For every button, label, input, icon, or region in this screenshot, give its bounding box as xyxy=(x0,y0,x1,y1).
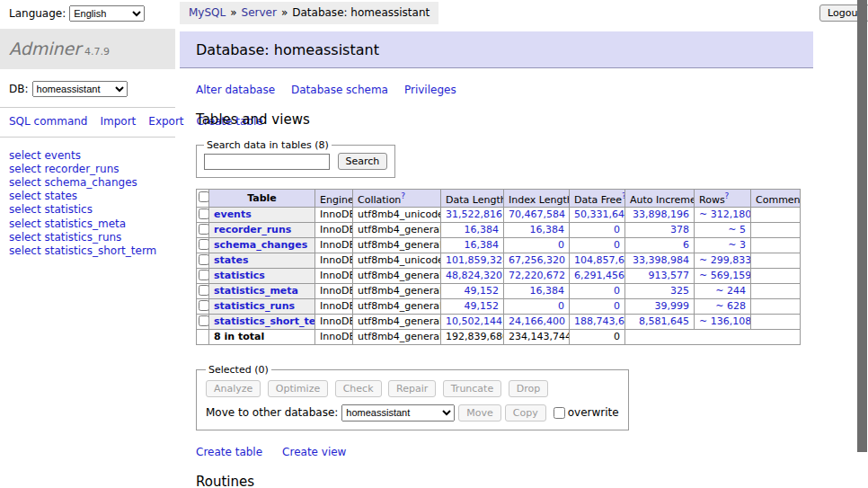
data-length-value[interactable]: 10,502,144 xyxy=(441,314,504,329)
table-name-link[interactable]: states xyxy=(214,254,249,266)
database-schema-link[interactable]: Database schema xyxy=(291,84,388,96)
rows-value[interactable]: ~ 312,180 xyxy=(695,207,751,222)
move-button[interactable]: Move xyxy=(458,404,501,421)
row-checkbox[interactable] xyxy=(199,315,209,326)
auto-increment-value[interactable]: 378 xyxy=(625,222,695,237)
sql-command-link[interactable]: SQL command xyxy=(9,115,87,128)
row-checkbox[interactable] xyxy=(199,209,209,219)
rows-value[interactable]: ~ 569,159 xyxy=(695,268,751,283)
create-table-link-main[interactable]: Create table xyxy=(196,446,262,458)
index-length-value[interactable]: 0 xyxy=(504,298,570,314)
overwrite-label: overwrite xyxy=(568,406,619,419)
auto-increment-value[interactable]: 33,898,196 xyxy=(625,207,695,222)
sidebar-item-select-statistics-short-term[interactable]: select statistics_short_term xyxy=(9,244,166,257)
drop-button[interactable]: Drop xyxy=(509,380,548,397)
table-name-link[interactable]: statistics_short_term xyxy=(214,315,315,327)
auto-increment-value[interactable]: 33,398,984 xyxy=(625,253,695,268)
data-length-value[interactable]: 31,522,816 xyxy=(441,207,504,222)
index-length-value[interactable]: 67,256,320 xyxy=(504,253,570,268)
rows-value[interactable]: ~ 628 xyxy=(695,298,751,314)
sidebar-item-select-statistics[interactable]: select statistics xyxy=(9,203,166,216)
help-link[interactable]: ? xyxy=(401,191,405,200)
db-select[interactable]: homeassistant xyxy=(32,81,128,97)
data-length-value[interactable]: 101,859,328 xyxy=(441,253,504,268)
analyze-button[interactable]: Analyze xyxy=(206,380,261,397)
data-free-value[interactable]: 6,291,456 xyxy=(570,268,625,283)
truncate-button[interactable]: Truncate xyxy=(443,380,501,397)
column-header-data-length: Data Length? xyxy=(441,190,504,208)
rows-value[interactable]: ~ 3 xyxy=(695,237,751,253)
sidebar-item-select-states[interactable]: select states xyxy=(9,190,166,202)
optimize-button[interactable]: Optimize xyxy=(268,380,328,397)
data-free-value[interactable]: 188,743,680 xyxy=(570,314,625,329)
row-checkbox[interactable] xyxy=(199,270,209,280)
data-length-value[interactable]: 49,152 xyxy=(441,283,504,298)
rows-value[interactable]: ~ 5 xyxy=(695,222,751,237)
index-length-value[interactable]: 24,166,400 xyxy=(504,314,570,329)
overwrite-checkbox[interactable] xyxy=(554,407,565,419)
search-input[interactable] xyxy=(204,154,330,170)
alter-database-link[interactable]: Alter database xyxy=(196,84,275,96)
table-name-link[interactable]: statistics xyxy=(214,270,265,281)
auto-increment-value[interactable]: 325 xyxy=(625,283,695,298)
row-checkbox[interactable] xyxy=(199,300,209,311)
auto-increment-value[interactable]: 39,999 xyxy=(625,298,695,314)
help-link[interactable]: ? xyxy=(622,191,624,200)
data-free-value[interactable]: 50,331,648 xyxy=(570,207,625,222)
sidebar-item-select-events[interactable]: select events xyxy=(9,149,166,162)
vertical-scrollbar[interactable] xyxy=(857,0,867,452)
check-button[interactable]: Check xyxy=(335,380,382,397)
create-view-link[interactable]: Create view xyxy=(282,446,346,458)
data-length-value[interactable]: 16,384 xyxy=(441,237,504,253)
language-select[interactable]: English xyxy=(69,5,145,22)
auto-increment-value[interactable]: 6 xyxy=(625,237,695,253)
data-length-value[interactable]: 49,152 xyxy=(441,298,504,314)
repair-button[interactable]: Repair xyxy=(388,380,436,397)
comment-cell xyxy=(751,283,801,298)
import-link[interactable]: Import xyxy=(100,115,136,128)
data-length-value[interactable]: 48,824,320 xyxy=(441,268,504,283)
row-checkbox[interactable] xyxy=(199,239,209,250)
copy-button[interactable]: Copy xyxy=(505,404,546,421)
row-checkbox[interactable] xyxy=(199,224,209,235)
rows-value[interactable]: ~ 299,833 xyxy=(695,253,751,268)
sidebar-table-links: select events select recorder_runs selec… xyxy=(0,138,175,270)
select-all-checkbox[interactable] xyxy=(199,191,209,202)
row-checkbox[interactable] xyxy=(199,254,209,265)
table-name-link[interactable]: statistics_runs xyxy=(214,300,295,312)
breadcrumb-server-link[interactable]: Server xyxy=(242,6,277,19)
index-length-value[interactable]: 16,384 xyxy=(504,222,570,237)
sidebar-item-select-statistics-meta[interactable]: select statistics_meta xyxy=(9,217,166,230)
sidebar-item-select-schema-changes[interactable]: select schema_changes xyxy=(9,176,166,189)
export-link[interactable]: Export xyxy=(148,115,183,128)
breadcrumb-mysql-link[interactable]: MySQL xyxy=(189,6,226,19)
table-name-link[interactable]: recorder_runs xyxy=(214,224,291,235)
data-length-value[interactable]: 16,384 xyxy=(441,222,504,237)
data-free-value[interactable]: 0 xyxy=(570,222,625,237)
search-button[interactable]: Search xyxy=(338,153,388,170)
data-free-value[interactable]: 0 xyxy=(570,237,625,253)
row-checkbox[interactable] xyxy=(199,285,209,296)
help-link[interactable]: ? xyxy=(725,191,730,200)
move-database-select[interactable]: homeassistant xyxy=(341,404,455,421)
sidebar-item-select-recorder-runs[interactable]: select recorder_runs xyxy=(9,163,166,175)
table-name-link[interactable]: events xyxy=(214,209,252,220)
column-label: Engine xyxy=(320,194,353,206)
sidebar-item-select-statistics-runs[interactable]: select statistics_runs xyxy=(9,231,166,244)
table-name-link[interactable]: statistics_meta xyxy=(214,285,298,297)
index-length-value[interactable]: 16,384 xyxy=(504,283,570,298)
data-free-value[interactable]: 0 xyxy=(570,283,625,298)
index-length-value[interactable]: 72,220,672 xyxy=(504,268,570,283)
auto-increment-value[interactable]: 8,581,645 xyxy=(625,314,695,329)
rows-value[interactable]: ~ 244 xyxy=(695,283,751,298)
index-length-value[interactable]: 70,467,584 xyxy=(504,207,570,222)
privileges-link[interactable]: Privileges xyxy=(404,84,456,96)
rows-value[interactable]: ~ 136,108 xyxy=(695,314,751,329)
row-checkbox-cell xyxy=(197,253,209,268)
index-length-value[interactable]: 0 xyxy=(504,237,570,253)
data-free-value[interactable]: 104,857,600 xyxy=(570,253,625,268)
collation-cell: utf8mb4_unicode_ci xyxy=(353,253,441,268)
auto-increment-value[interactable]: 913,577 xyxy=(625,268,695,283)
data-free-value[interactable]: 0 xyxy=(570,298,625,314)
table-name-link[interactable]: schema_changes xyxy=(214,239,307,251)
